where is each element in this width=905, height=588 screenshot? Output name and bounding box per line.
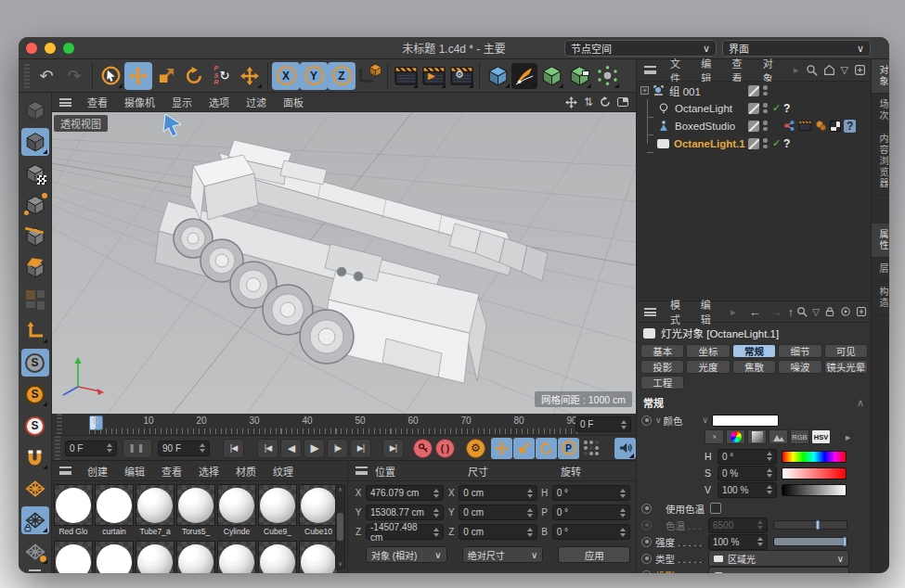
coordinate-mode-dropdown[interactable]: 对象 (相对)∨ [366,546,447,563]
scroll-down-icon[interactable]: ∨ [855,570,861,573]
render-settings-button[interactable]: ⚙ [447,62,475,90]
scroll-down-icon[interactable]: ∨ [338,560,343,568]
expander-icon[interactable]: + [640,86,649,95]
material-menu-edit[interactable]: 编辑 [116,464,153,479]
image-picker-button[interactable] [769,429,788,444]
viewport-menu-icon[interactable] [59,98,71,107]
ruler-drag-handle[interactable] [57,414,62,434]
material-menu-icon[interactable] [59,467,71,475]
viewport-menu-display[interactable]: 显示 [163,95,200,109]
rotate-view-icon[interactable] [600,96,611,108]
attr-menu-edit[interactable]: 编辑 [694,297,725,326]
z-axis-lock-button[interactable]: Z [328,62,356,90]
compact-picker-button[interactable]: ⌄⌄ [705,429,724,444]
close-window-button[interactable] [26,43,37,54]
question-tag-icon[interactable]: ? [783,102,790,115]
stepper-icon[interactable] [107,443,112,453]
undo-button[interactable]: ↶ [32,62,60,90]
lock-workplane-button[interactable] [21,506,49,534]
size-mode-dropdown[interactable]: 绝对尺寸∨ [462,546,544,563]
spectrum-button[interactable] [747,429,767,444]
quantize-button[interactable]: S [21,412,49,440]
param-toggle-icon[interactable] [641,570,652,574]
material-item[interactable]: Red Glo [54,484,93,537]
tab-noise[interactable]: 噪波 [778,360,821,374]
texture-mode-button[interactable] [21,160,49,187]
magnet-snap-button[interactable] [21,443,49,471]
stepper-icon[interactable] [621,420,627,429]
key-position-toggle[interactable] [491,438,512,459]
om-menu-edit[interactable]: 编辑 [694,56,725,85]
hsv-mode-button[interactable]: HSV [811,429,831,444]
x-axis-lock-button[interactable]: X [272,62,300,90]
hue-field[interactable]: 0 ° [718,449,777,465]
object-row-studio[interactable]: BoxedStudio ? [637,117,872,134]
menu-overflow-icon[interactable]: ▸ [724,306,743,318]
saturation-bar[interactable] [782,467,847,479]
point-mode-button[interactable] [21,191,49,219]
size-y-field[interactable]: 0 cm [459,505,537,520]
play-button[interactable]: ▶ [304,439,325,458]
last-tool-move[interactable] [236,62,264,90]
add-primitive-button[interactable] [484,62,511,90]
material-menu-select[interactable]: 选择 [190,464,227,479]
keying-settings-button[interactable]: ⚙ [466,439,485,458]
tab-details[interactable]: 细节 [778,344,821,358]
coordinates-menu-icon[interactable] [356,467,368,475]
more-icon[interactable]: ▸ [846,431,850,442]
snap-settings-button[interactable]: S [21,380,49,408]
clapper-tag-icon[interactable] [798,120,812,132]
render-view-button[interactable] [392,62,420,90]
slider-knob[interactable] [843,537,847,546]
material-menu-create[interactable]: 创建 [79,464,116,479]
search-icon[interactable] [806,64,818,76]
use-temperature-checkbox[interactable] [710,503,721,514]
visibility-dots-icon[interactable] [763,103,768,113]
layer-toggle-icon[interactable] [748,138,759,149]
goto-start-button[interactable]: |◀ [223,439,244,458]
parent-up-icon[interactable]: ↑ [785,305,797,319]
shadow-dropdown[interactable]: 无 ∨ [708,567,849,573]
color-wheel-button[interactable] [726,429,745,444]
temperature-field[interactable]: 6500 [708,518,768,533]
material-item[interactable]: Tube7_a [136,484,175,537]
model-mode-button[interactable] [21,128,49,156]
timeline-ruler[interactable]: 0 10 20 30 40 50 60 70 80 90 0 F [52,414,636,436]
rotation-p-field[interactable]: 0 ° [552,505,630,520]
position-x-field[interactable]: 476.079 cm [366,485,444,501]
attribute-menu-icon[interactable] [644,308,656,316]
om-menu-object[interactable]: 对象 [756,56,787,85]
rotate-tool[interactable] [180,62,208,90]
render-to-picture-viewer-button[interactable]: ▶ [420,62,447,90]
material-item[interactable] [258,541,297,573]
toolbar-menu-button[interactable] [29,569,41,573]
viewport-menu-view[interactable]: 查看 [79,95,116,109]
object-row-group[interactable]: + 组 001 [637,82,872,99]
param-toggle-icon[interactable] [641,554,652,564]
tab-photometric[interactable]: 光度 [686,360,730,374]
material-menu-texture[interactable]: 纹理 [265,464,302,479]
visibility-dots-icon[interactable] [763,138,768,148]
tab-basic[interactable]: 基本 [640,344,684,358]
next-frame-button[interactable]: |▶ [327,439,348,458]
polygon-mode-button[interactable] [21,254,49,282]
enabled-check-icon[interactable]: ✓ [771,137,782,149]
color-swatch[interactable] [712,415,779,427]
minimize-window-button[interactable] [45,43,56,54]
value-bar[interactable] [782,484,847,496]
goto-prev-key-button[interactable]: |◀ [257,439,278,458]
tab-project[interactable]: 工程 [640,376,684,390]
tab-general[interactable]: 常规 [732,344,776,358]
axis-modify-mode-button[interactable] [21,317,49,345]
side-tab-content-browser[interactable]: 内容浏览器 [872,128,889,196]
object-row-light[interactable]: OctaneLight ✓ ? [637,99,872,117]
om-menu-view[interactable]: 查看 [726,56,756,85]
visibility-dots-icon[interactable] [763,85,768,96]
rgb-mode-button[interactable]: RGB [790,429,809,444]
toggle-panel-icon[interactable] [617,97,628,107]
range-end-field[interactable]: 90 F [158,441,210,456]
key-pla-toggle[interactable] [580,438,601,459]
viewport-menu-camera[interactable]: 摄像机 [116,95,163,109]
target-icon[interactable] [840,306,851,317]
material-item[interactable]: Cube9_ [258,484,297,537]
